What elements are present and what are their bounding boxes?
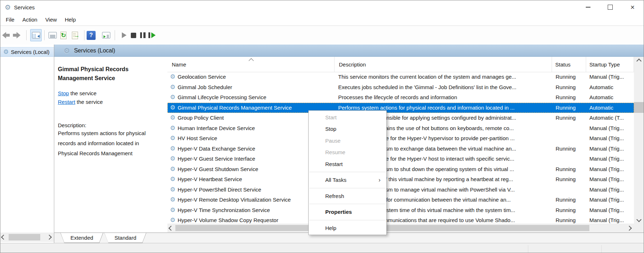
menu-view[interactable]: View: [41, 15, 61, 24]
context-menu-item-properties[interactable]: Properties: [309, 206, 386, 218]
restart-service-icon: [148, 32, 156, 38]
column-header-label: Startup Type: [586, 61, 620, 68]
context-menu-item-all-tasks[interactable]: All Tasks›: [309, 174, 386, 186]
service-status: [556, 133, 586, 144]
restart-service-button[interactable]: [147, 29, 157, 41]
service-row[interactable]: ⚙Gimmal Physical Records Management Serv…: [167, 103, 634, 113]
service-status: Running: [556, 103, 586, 113]
tab-label: Extended: [70, 235, 93, 241]
close-button[interactable]: ×: [621, 0, 644, 14]
service-name-cell: ⚙Human Interface Device Service: [170, 123, 332, 134]
restart-service-link[interactable]: Restart: [58, 99, 75, 105]
context-menu-item-help[interactable]: Help: [309, 222, 386, 234]
service-gear-icon: ⚙: [170, 154, 175, 164]
service-startup-type: Manual (Trig...: [589, 174, 633, 185]
list-vertical-scrollbar[interactable]: [634, 57, 644, 224]
description-label: Description:: [58, 122, 166, 128]
pause-service-button[interactable]: [138, 29, 147, 41]
service-startup-type: Manual (Trig...: [589, 164, 633, 175]
service-row[interactable]: ⚙Hyper-V Heartbeat ServiceMonitors the s…: [167, 174, 634, 185]
properties-toolbar-button[interactable]: [47, 29, 58, 41]
start-service-button[interactable]: [119, 29, 129, 41]
context-menu-item-refresh[interactable]: Refresh: [309, 190, 386, 202]
forward-button[interactable]: [12, 29, 21, 41]
scroll-left-button[interactable]: [167, 226, 175, 230]
back-icon: [2, 32, 10, 38]
scroll-right-button[interactable]: [46, 235, 52, 239]
service-gear-icon: ⚙: [170, 72, 175, 82]
scroll-right-button[interactable]: [626, 226, 633, 230]
window-controls: ×: [577, 0, 644, 14]
service-name-label: Geolocation Service: [178, 72, 226, 82]
service-name-cell: ⚙Hyper-V Heartbeat Service: [170, 174, 332, 185]
tab-standard[interactable]: Standard: [104, 233, 146, 243]
service-row[interactable]: ⚙Hyper-V Data Exchange ServiceProvides a…: [167, 144, 634, 154]
service-name-label: Gimmal Job Scheduler: [178, 82, 232, 93]
service-row[interactable]: ⚙Gimmal Job SchedulerExecutes jobs sched…: [167, 82, 634, 93]
scrollbar-thumb[interactable]: [634, 102, 644, 113]
stop-service-link[interactable]: Stop: [58, 90, 69, 96]
column-header-status[interactable]: Status: [552, 57, 586, 72]
service-status: Running: [556, 82, 586, 93]
context-menu-item-stop[interactable]: Stop: [309, 123, 386, 135]
service-row[interactable]: ⚙HV Host ServiceProvides an interface fo…: [167, 133, 634, 144]
service-row[interactable]: ⚙Hyper-V Remote Desktop Virtualization S…: [167, 195, 634, 205]
service-row[interactable]: ⚙Hyper-V Time Synchronization ServiceSyn…: [167, 205, 634, 216]
service-status: Running: [556, 144, 586, 154]
back-button[interactable]: [1, 29, 10, 41]
tree-horizontal-scrollbar[interactable]: [0, 233, 54, 242]
service-row[interactable]: ⚙Geolocation ServiceThis service monitor…: [167, 72, 634, 82]
show-action-pane-button[interactable]: [101, 29, 111, 41]
service-row[interactable]: ⚙Group Policy ClientThe service is respo…: [167, 113, 634, 123]
service-name-label: Hyper-V Guest Shutdown Service: [178, 164, 258, 175]
refresh-toolbar-button[interactable]: ↻: [58, 29, 68, 41]
menu-help[interactable]: Help: [61, 15, 80, 24]
scroll-up-button[interactable]: [634, 57, 644, 65]
start-service-icon: [122, 32, 126, 38]
service-description: Executes jobs scheduled in the 'Gimmal -…: [338, 82, 549, 93]
menu-action[interactable]: Action: [18, 15, 41, 24]
service-row[interactable]: ⚙Gimmal Lifecycle Processing ServiceProc…: [167, 92, 634, 103]
show-console-tree-button[interactable]: [30, 29, 42, 41]
service-name-label: Hyper-V Remote Desktop Virtualization Se…: [178, 195, 291, 205]
service-startup-type: Manual (Trig...: [589, 205, 633, 216]
context-menu-item-label: Help: [325, 225, 336, 231]
column-header-startup-type[interactable]: Startup Type: [586, 57, 634, 72]
selected-service-title: Gimmal Physical Records Management Servi…: [58, 65, 151, 83]
tab-extended[interactable]: Extended: [60, 233, 103, 243]
service-row[interactable]: ⚙Hyper-V Volume Shadow Copy RequestorCoo…: [167, 215, 634, 224]
service-name-label: Hyper-V Volume Shadow Copy Requestor: [178, 215, 278, 224]
service-status: Running: [556, 195, 586, 205]
stop-service-button[interactable]: [129, 29, 138, 41]
service-gear-icon: ⚙: [170, 113, 175, 123]
minimize-button[interactable]: [577, 0, 599, 14]
close-icon: ×: [630, 4, 635, 11]
tab-label: Standard: [114, 235, 136, 241]
services-window: ⚙ Services × FileActionViewHelp ↻ →: [0, 0, 644, 253]
export-list-button[interactable]: →: [70, 29, 80, 41]
menu-file[interactable]: File: [2, 15, 18, 24]
tree-item-services-local[interactable]: ⚙ Services (Local): [0, 47, 54, 57]
maximize-button[interactable]: [599, 0, 621, 14]
scroll-down-button[interactable]: [634, 215, 644, 224]
service-row[interactable]: ⚙Hyper-V Guest Service InterfaceProvides…: [167, 154, 634, 164]
column-header-label: Description: [335, 61, 366, 68]
help-toolbar-button[interactable]: ?: [86, 29, 96, 41]
context-menu-item-label: Restart: [325, 161, 342, 167]
scrollbar-thumb[interactable]: [9, 234, 40, 240]
service-row[interactable]: ⚙Hyper-V Guest Shutdown ServiceProvides …: [167, 164, 634, 175]
results-pane-header: ⚙ Services (Local): [54, 45, 644, 57]
context-menu-item-restart[interactable]: Restart: [309, 158, 386, 170]
menu-bar: FileActionViewHelp: [0, 14, 644, 26]
service-name-label: Hyper-V Guest Service Interface: [178, 154, 255, 164]
service-name-cell: ⚙Hyper-V Volume Shadow Copy Requestor: [170, 215, 332, 224]
stop-service-suffix: the service: [69, 90, 97, 96]
service-row[interactable]: ⚙Hyper-V PowerShell Direct ServiceProvid…: [167, 185, 634, 195]
service-gear-icon: ⚙: [170, 174, 175, 185]
scroll-left-button[interactable]: [0, 235, 7, 239]
column-header-description[interactable]: Description: [335, 57, 552, 72]
service-row[interactable]: ⚙Human Interface Device ServiceActivates…: [167, 123, 634, 134]
service-gear-icon: ⚙: [170, 144, 175, 154]
list-horizontal-scrollbar[interactable]: [167, 224, 634, 233]
status-bar: [0, 243, 644, 253]
